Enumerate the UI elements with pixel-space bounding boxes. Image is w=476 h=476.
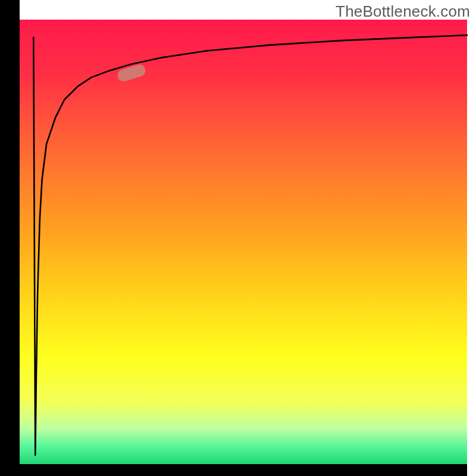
chart-stage: TheBottleneck.com [0,0,476,476]
watermark-text: TheBottleneck.com [336,2,470,21]
axis-frame-bottom [0,464,467,476]
bottleneck-chart [0,0,476,476]
plot-background [20,20,467,464]
axis-frame-left [0,0,20,476]
